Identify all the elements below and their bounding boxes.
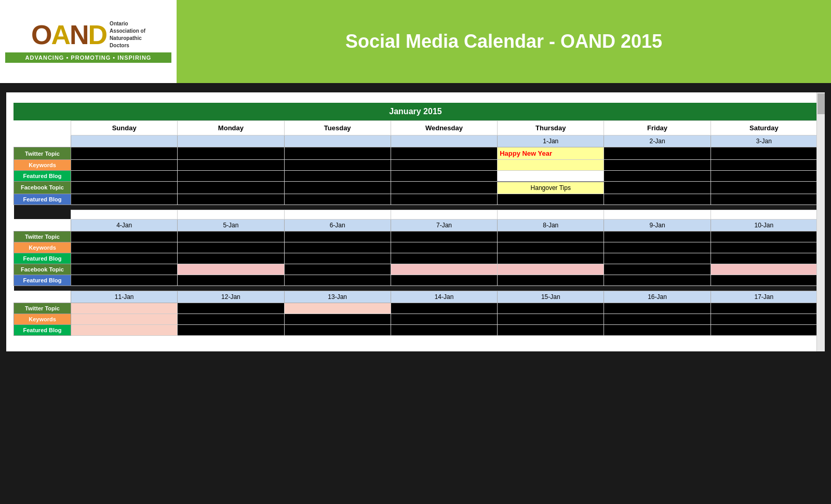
- week1-featured-blue-row: Featured Blog: [14, 194, 817, 205]
- week1-date-row: 1-Jan 2-Jan 3-Jan: [14, 135, 817, 147]
- week3-kw-sun: [71, 314, 178, 324]
- week2-feat-fri: [604, 253, 711, 264]
- week3-keywords-row: Keywords: [14, 314, 817, 324]
- week1-feat-sun: [71, 171, 178, 182]
- day-sunday: Sunday: [71, 121, 178, 135]
- week3-twitter-tue: [284, 303, 391, 314]
- week2-twitter-sun: [71, 231, 178, 242]
- week3-feat-mon: [178, 324, 284, 335]
- week3-feat-fri: [604, 324, 711, 335]
- week1-thu-date: 1-Jan: [498, 135, 604, 147]
- week3-fri-date: 16-Jan: [604, 291, 711, 303]
- day-friday: Friday: [604, 121, 711, 135]
- label-keywords-3: Keywords: [14, 314, 71, 324]
- week1-featured-row: Featured Blog: [14, 171, 817, 182]
- week1-feat-thu: [498, 171, 604, 182]
- page-title: Social Media Calendar - OAND 2015: [345, 31, 662, 52]
- week1-featb-thu: [498, 194, 604, 205]
- week2-thu-date: 8-Jan: [498, 219, 604, 231]
- week2-fb-sun: [71, 264, 178, 275]
- week1-fb-tue: [284, 182, 391, 194]
- week1-kw-sat: [711, 160, 817, 171]
- week2-featb-sat: [711, 275, 817, 285]
- week2-fb-mon: [178, 264, 284, 275]
- week2-kw-mon: [178, 242, 284, 253]
- week1-featb-sun: [71, 194, 178, 205]
- day-tuesday: Tuesday: [284, 121, 391, 135]
- week2-mon-date: 5-Jan: [178, 219, 284, 231]
- week2-fb-sat: [711, 264, 817, 275]
- week1-sat-date: 3-Jan: [711, 135, 817, 147]
- week2-feat-tue: [284, 253, 391, 264]
- label-featured-blue-1: Featured Blog: [14, 194, 71, 205]
- week2-wed-date: 7-Jan: [391, 219, 497, 231]
- week2-fb-tue: [284, 264, 391, 275]
- week2-twitter-fri: [604, 231, 711, 242]
- logo-brand: OAND: [31, 21, 106, 48]
- hangover-tips-text: Hangover Tips: [500, 184, 601, 192]
- week2-feat-wed: [391, 253, 497, 264]
- week2-fb-wed: [391, 264, 497, 275]
- week3-thu-date: 15-Jan: [498, 291, 604, 303]
- week1-twitter-thu: Happy New Year: [498, 147, 604, 160]
- week1-twitter-sat: [711, 147, 817, 160]
- label-featured-2: Featured Blog: [14, 253, 71, 264]
- logo-subtitle: Ontario Association of Naturopathic Doct…: [110, 20, 145, 49]
- label-twitter-2: Twitter Topic: [14, 231, 71, 242]
- happy-new-year-text: Happy New Year: [500, 149, 552, 157]
- week2-featb-mon: [178, 275, 284, 285]
- label-twitter-3: Twitter Topic: [14, 303, 71, 314]
- week1-twitter-tue: [284, 147, 391, 160]
- week1-twitter-row: Twitter Topic Happy New Year: [14, 147, 817, 160]
- label-featured-1: Featured Blog: [14, 171, 71, 182]
- week1-feat-wed: [391, 171, 497, 182]
- week2-date-row: 4-Jan 5-Jan 6-Jan 7-Jan 8-Jan 9-Jan 10-J…: [14, 219, 817, 231]
- week3-kw-thu: [498, 314, 604, 324]
- week3-sat-date: 17-Jan: [711, 291, 817, 303]
- week2-kw-wed: [391, 242, 497, 253]
- week1-fb-sat: [711, 182, 817, 194]
- week2-sun-date: 4-Jan: [71, 219, 178, 231]
- week1-featb-tue: [284, 194, 391, 205]
- week2-twitter-sat: [711, 231, 817, 242]
- logo-tagline: ADVANCING • PROMOTING • INSPIRING: [5, 52, 171, 63]
- week2-feat-sun: [71, 253, 178, 264]
- week3-feat-sat: [711, 324, 817, 335]
- week1-feat-tue: [284, 171, 391, 182]
- week3-mon-date: 12-Jan: [178, 291, 284, 303]
- week1-spacer: [14, 210, 817, 219]
- week1-twitter-mon: [178, 147, 284, 160]
- week2-twitter-tue: [284, 231, 391, 242]
- label-facebook-1: Facebook Topic: [14, 182, 71, 194]
- title-area: Social Media Calendar - OAND 2015: [177, 0, 831, 83]
- label-keywords-2: Keywords: [14, 242, 71, 253]
- week1-featb-mon: [178, 194, 284, 205]
- week1-featb-wed: [391, 194, 497, 205]
- label-facebook-2: Facebook Topic: [14, 264, 71, 275]
- label-twitter-1: Twitter Topic: [14, 147, 71, 160]
- week2-featured-row: Featured Blog: [14, 253, 817, 264]
- week1-feat-sat: [711, 171, 817, 182]
- week1-facebook-row: Facebook Topic Hangover Tips: [14, 182, 817, 194]
- week2-twitter-thu: [498, 231, 604, 242]
- week-sep-1: [14, 205, 817, 210]
- week2-kw-tue: [284, 242, 391, 253]
- label-featured-3: Featured Blog: [14, 324, 71, 335]
- week2-feat-thu: [498, 253, 604, 264]
- week3-sun-date: 11-Jan: [71, 291, 178, 303]
- week2-kw-sun: [71, 242, 178, 253]
- day-saturday: Saturday: [711, 121, 817, 135]
- week2-twitter-mon: [178, 231, 284, 242]
- week3-feat-thu: [498, 324, 604, 335]
- week2-featb-fri: [604, 275, 711, 285]
- week2-twitter-row: Twitter Topic: [14, 231, 817, 242]
- label-keywords-1: Keywords: [14, 160, 71, 171]
- header: OAND Ontario Association of Naturopathic…: [0, 0, 831, 83]
- week1-featb-sat: [711, 194, 817, 205]
- week1-twitter-fri: [604, 147, 711, 160]
- week2-featb-sun: [71, 275, 178, 285]
- week1-featb-fri: [604, 194, 711, 205]
- week3-kw-fri: [604, 314, 711, 324]
- week2-kw-fri: [604, 242, 711, 253]
- week3-twitter-fri: [604, 303, 711, 314]
